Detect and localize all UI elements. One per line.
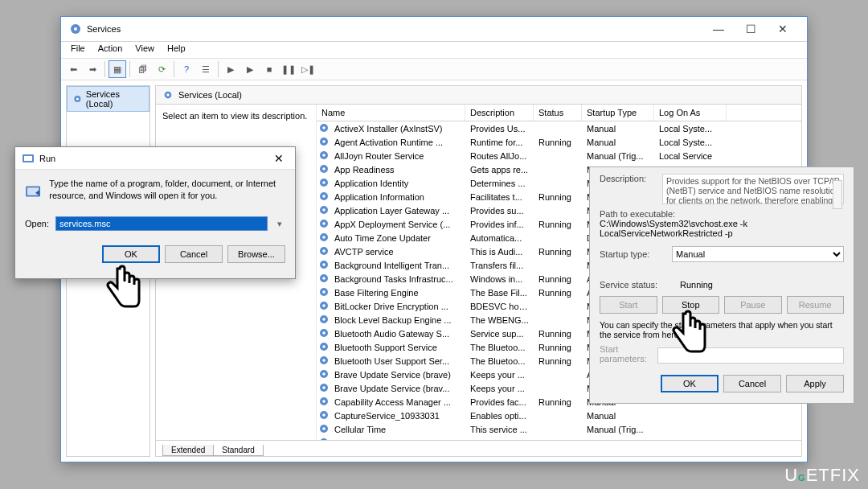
- maximize-button[interactable]: ☐: [735, 19, 767, 39]
- restart-icon[interactable]: ▷❚: [299, 60, 317, 78]
- menu-view[interactable]: View: [129, 42, 161, 58]
- svg-point-45: [322, 386, 326, 389]
- services-app-icon: [69, 23, 82, 35]
- show-hide-icon[interactable]: ▦: [108, 60, 126, 78]
- props-status-label: Service status:: [600, 280, 672, 290]
- svg-point-43: [322, 372, 326, 376]
- props-startup-select[interactable]: Manual: [672, 246, 844, 262]
- svg-point-33: [322, 304, 326, 307]
- svg-rect-61: [27, 187, 39, 195]
- col-logon[interactable]: Log On As: [654, 105, 727, 121]
- pause-icon[interactable]: ❚❚: [280, 60, 297, 78]
- svg-point-29: [322, 277, 326, 280]
- table-row[interactable]: CaptureService_10933031Enables opti...Ma…: [317, 409, 801, 422]
- run-open-input[interactable]: [55, 216, 268, 231]
- tab-strip: Extended Standard: [156, 440, 801, 456]
- svg-point-7: [322, 126, 326, 129]
- scrollbar[interactable]: [833, 180, 842, 209]
- properties-icon[interactable]: ☰: [197, 60, 215, 78]
- table-row[interactable]: AllJoyn Router ServiceRoutes AllJo...Man…: [317, 149, 801, 162]
- tree-item-label: Services (Local): [86, 89, 144, 109]
- props-path-label: Path to executable:: [600, 209, 844, 219]
- svg-point-11: [322, 154, 326, 157]
- service-properties-panel: Description: Provides support for the Ne…: [589, 166, 854, 404]
- svg-point-41: [322, 359, 326, 362]
- props-status-value: Running: [680, 280, 713, 290]
- svg-point-23: [322, 236, 326, 239]
- close-button[interactable]: ✕: [767, 19, 799, 39]
- col-description[interactable]: Description: [465, 105, 534, 121]
- run-app-icon: [22, 152, 35, 165]
- svg-point-13: [322, 167, 326, 171]
- run-message: Type the name of a program, folder, docu…: [49, 178, 285, 205]
- svg-point-31: [322, 290, 326, 294]
- refresh-icon[interactable]: ⟳: [153, 60, 170, 78]
- run-close-button[interactable]: ✕: [269, 152, 289, 165]
- play-icon[interactable]: ▶: [222, 60, 240, 78]
- stop-icon[interactable]: ■: [260, 60, 278, 78]
- column-headers[interactable]: Name Description Status Startup Type Log…: [317, 105, 801, 121]
- props-resume-button[interactable]: Resume: [787, 296, 845, 314]
- gear-icon: [72, 93, 83, 105]
- menu-action[interactable]: Action: [92, 42, 129, 58]
- col-name[interactable]: Name: [317, 105, 465, 121]
- tab-extended[interactable]: Extended: [162, 445, 214, 456]
- svg-point-5: [166, 93, 170, 97]
- menubar: File Action View Help: [61, 42, 807, 58]
- props-apply-button[interactable]: Apply: [786, 375, 844, 392]
- svg-point-47: [322, 400, 326, 403]
- run-cancel-button[interactable]: Cancel: [165, 245, 223, 263]
- svg-point-1: [74, 27, 77, 31]
- table-row[interactable]: Agent Activation Runtime ...Runtime for.…: [317, 135, 801, 149]
- props-startup-label: Startup type:: [600, 249, 664, 259]
- props-cancel-button[interactable]: Cancel: [723, 375, 781, 392]
- play2-icon[interactable]: ▶: [241, 60, 259, 78]
- menu-help[interactable]: Help: [161, 42, 192, 58]
- props-startparams-input[interactable]: [657, 347, 844, 364]
- props-path-value: C:\Windows\System32\svchost.exe -k Local…: [600, 219, 844, 238]
- col-status[interactable]: Status: [534, 105, 582, 121]
- list-header: Services (Local): [156, 86, 801, 105]
- description-hint: Select an item to view its description.: [162, 111, 307, 121]
- export-icon[interactable]: 🗐: [133, 60, 151, 78]
- table-row[interactable]: ActiveX Installer (AxInstSV)Provides Us.…: [317, 121, 801, 135]
- minimize-button[interactable]: —: [702, 19, 735, 39]
- props-startparams-label: Start parameters:: [600, 344, 651, 364]
- props-ok-button[interactable]: OK: [661, 375, 719, 392]
- props-desc-label: Description:: [600, 174, 656, 204]
- window-title: Services: [87, 24, 121, 34]
- svg-point-3: [76, 97, 79, 100]
- titlebar[interactable]: Services — ☐ ✕: [61, 17, 807, 42]
- props-desc-text: Provides support for the NetBIOS over TC…: [662, 174, 844, 204]
- props-pause-button[interactable]: Pause: [724, 296, 782, 314]
- gear-icon: [162, 89, 174, 101]
- svg-point-9: [322, 140, 326, 143]
- props-help-text: You can specify the start parameters tha…: [600, 320, 844, 339]
- svg-point-25: [322, 249, 326, 253]
- svg-point-39: [322, 345, 326, 348]
- svg-point-17: [322, 195, 326, 198]
- table-row[interactable]: Cellular TimeThis service ...Manual (Tri…: [317, 422, 801, 436]
- back-icon[interactable]: ⬅: [64, 60, 82, 78]
- svg-point-21: [322, 222, 326, 225]
- forward-icon[interactable]: ➡: [84, 60, 101, 78]
- props-start-button[interactable]: Start: [600, 296, 657, 314]
- toolbar: ⬅ ➡ ▦ 🗐 ⟳ ? ☰ ▶ ▶ ■ ❚❚ ▷❚: [61, 58, 807, 80]
- svg-point-15: [322, 181, 326, 184]
- svg-point-35: [322, 318, 326, 321]
- svg-point-49: [322, 413, 326, 417]
- svg-point-37: [322, 331, 326, 335]
- svg-point-27: [322, 263, 326, 266]
- run-open-label: Open:: [25, 219, 49, 228]
- run-browse-button[interactable]: Browse...: [227, 245, 285, 263]
- tree-item-services-local[interactable]: Services (Local): [67, 86, 149, 112]
- props-stop-button[interactable]: Stop: [662, 296, 720, 314]
- run-titlebar[interactable]: Run ✕: [15, 147, 295, 170]
- run-ok-button[interactable]: OK: [102, 245, 160, 263]
- dropdown-icon[interactable]: ▾: [274, 219, 285, 229]
- col-startup[interactable]: Startup Type: [582, 105, 654, 121]
- help-icon[interactable]: ?: [178, 60, 195, 78]
- tab-standard[interactable]: Standard: [213, 445, 264, 456]
- run-dialog: Run ✕ Type the name of a program, folder…: [14, 146, 296, 279]
- menu-file[interactable]: File: [64, 42, 92, 58]
